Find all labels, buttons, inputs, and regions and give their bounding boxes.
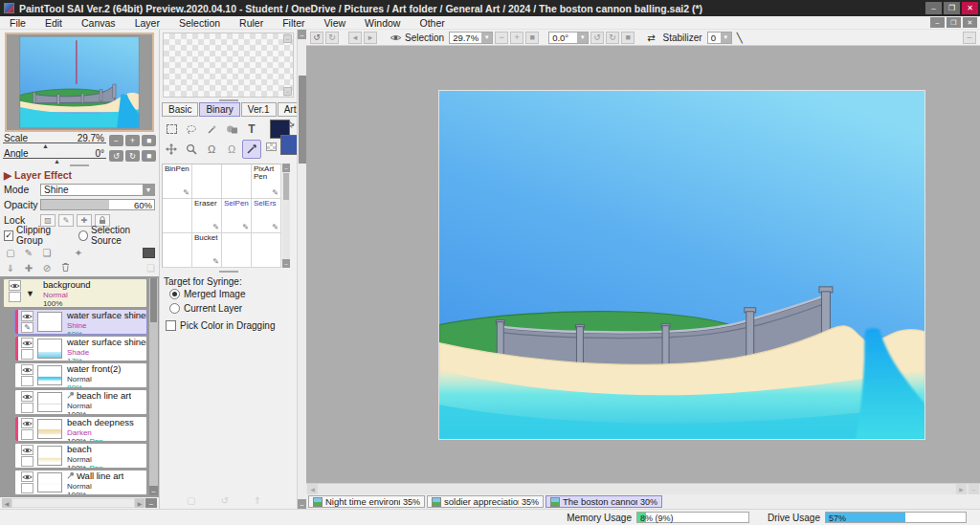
new-linework-layer-icon[interactable]: ✎ bbox=[22, 248, 35, 258]
zoom-reset-button[interactable]: ■ bbox=[142, 135, 156, 146]
chevron-down-icon[interactable]: ▼ bbox=[143, 185, 154, 195]
tool-grid-scrollbar[interactable]: – – bbox=[282, 164, 290, 268]
lock-move-button[interactable]: ✚ bbox=[77, 214, 92, 227]
layer-effect-header[interactable]: ▶ Layer Effect bbox=[0, 167, 159, 182]
rotate-cw-button[interactable]: ↻ bbox=[125, 150, 140, 162]
layer-checkbox[interactable] bbox=[21, 456, 33, 467]
stabilizer-field[interactable]: 0 ▼ bbox=[707, 32, 732, 44]
layer-row-beach[interactable]: beachNormal100%Pap bbox=[14, 443, 147, 469]
tab-ver1[interactable]: Ver.1 bbox=[241, 102, 277, 117]
layer-checkbox[interactable] bbox=[21, 429, 33, 440]
selection-source-radio[interactable] bbox=[78, 230, 88, 241]
eye-icon[interactable] bbox=[21, 471, 33, 482]
angle-slider-marker[interactable]: ▲ bbox=[54, 158, 60, 164]
layer-mask-icon[interactable] bbox=[143, 248, 155, 258]
menu-canvas[interactable]: Canvas bbox=[72, 17, 125, 29]
mask-add-icon[interactable]: ❏ bbox=[146, 263, 155, 273]
rotate-reset-button[interactable]: ■ bbox=[621, 32, 635, 44]
flip-icon[interactable]: ⇄ bbox=[647, 33, 655, 43]
selection-prev-button[interactable]: ◂ bbox=[348, 32, 362, 44]
zoom-out-button[interactable]: − bbox=[495, 32, 508, 44]
layer-row-wall-line-art[interactable]: Wall line artNormal100% bbox=[14, 470, 147, 495]
transfer-down-icon[interactable]: ⇓ bbox=[4, 263, 17, 273]
eye-icon[interactable] bbox=[21, 338, 33, 348]
layer-list-hscrollbar[interactable]: ◀ ▶ – bbox=[2, 498, 157, 508]
color-scratchpad[interactable]: – – bbox=[163, 33, 294, 98]
scrollbar-thumb[interactable] bbox=[299, 76, 306, 164]
rotate-reset-button[interactable]: ■ bbox=[142, 150, 156, 162]
scroll-left-icon[interactable]: ◀ bbox=[2, 498, 11, 508]
menu-ruler[interactable]: Ruler bbox=[230, 17, 273, 29]
layer-row-beach-line-art[interactable]: beach line artNormal100% bbox=[14, 389, 147, 415]
current-layer-radio[interactable] bbox=[169, 303, 180, 314]
layer-checkbox[interactable] bbox=[9, 292, 21, 302]
opacity-slider[interactable]: 60% bbox=[40, 199, 155, 210]
menu-filter[interactable]: Filter bbox=[273, 17, 314, 29]
scrollbar-corner-button[interactable]: – bbox=[145, 498, 157, 508]
line-tool-icon[interactable]: ╲ bbox=[737, 33, 743, 43]
scrollbar-corner-button[interactable]: – bbox=[969, 484, 979, 494]
menu-edit[interactable]: Edit bbox=[35, 17, 72, 29]
tool-bucket[interactable]: Bucket✎ bbox=[192, 233, 222, 268]
scroll-left-icon[interactable]: ◀ bbox=[307, 484, 318, 494]
maximize-button[interactable]: ❐ bbox=[944, 2, 960, 14]
lasso-icon[interactable] bbox=[182, 120, 201, 139]
document-tab-night-time-environm-[interactable]: Night time environm...35% bbox=[308, 495, 425, 508]
close-button[interactable]: ✕ bbox=[962, 2, 978, 14]
eye-icon[interactable] bbox=[21, 364, 33, 375]
rotate-ccw-button[interactable]: ↺ bbox=[109, 150, 123, 162]
text-icon[interactable]: T bbox=[242, 120, 261, 139]
menu-layer[interactable]: Layer bbox=[125, 17, 169, 29]
eyedropper-icon[interactable] bbox=[242, 140, 261, 159]
minimize-button[interactable]: – bbox=[925, 2, 942, 14]
eye-icon[interactable] bbox=[21, 391, 33, 402]
rotate-cw-button[interactable]: ↻ bbox=[606, 32, 619, 44]
chevron-down-icon[interactable]: ▼ bbox=[577, 33, 588, 43]
tool-slot-empty[interactable] bbox=[222, 164, 252, 199]
folder-expand-icon[interactable]: ▼ bbox=[22, 289, 38, 298]
rotate-reset-icon[interactable]: Ω bbox=[222, 140, 241, 159]
layer-row-wall[interactable]: wall bbox=[14, 496, 147, 497]
canvas-artwork[interactable] bbox=[438, 90, 925, 440]
tool-slot-empty[interactable] bbox=[252, 233, 281, 268]
eye-icon[interactable] bbox=[21, 311, 33, 321]
scroll-right-icon[interactable]: ▶ bbox=[135, 498, 145, 508]
layer-checkbox[interactable] bbox=[21, 403, 33, 413]
navigator-preview[interactable] bbox=[5, 33, 154, 132]
scrollbar-thumb[interactable] bbox=[150, 278, 157, 322]
scroll-up-button[interactable]: – bbox=[282, 164, 290, 172]
rect-select-icon[interactable] bbox=[162, 120, 181, 139]
tool-eraser[interactable]: Eraser✎ bbox=[192, 199, 222, 233]
scrollbar-button[interactable]: – bbox=[149, 486, 158, 495]
tool-pixart-pen[interactable]: PixArt Pen✎ bbox=[252, 164, 281, 199]
layer-list-scrollbar[interactable]: – bbox=[149, 278, 158, 495]
tool-binpen[interactable]: BinPen✎ bbox=[163, 164, 192, 199]
scratchpad-up-button[interactable]: – bbox=[283, 34, 292, 43]
layer-row-water-front-2-[interactable]: water front(2)Normal80% bbox=[14, 362, 147, 388]
zoom-icon[interactable] bbox=[182, 140, 201, 159]
clipping-group-checkbox[interactable]: ✓ bbox=[4, 230, 13, 241]
layer-row-water-surface-shiner[interactable]: water surface shinerShade17% bbox=[14, 336, 147, 361]
transparent-color-swatch[interactable] bbox=[266, 142, 277, 151]
menu-other[interactable]: Other bbox=[410, 17, 454, 29]
editing-pencil-icon[interactable]: ✎ bbox=[21, 322, 33, 333]
toolbar-collapse-button[interactable]: – bbox=[963, 32, 976, 44]
document-tab-the-boston-cannon-[interactable]: The boston cannon ...30% bbox=[546, 495, 662, 508]
layer-checkbox[interactable] bbox=[21, 376, 33, 386]
tool-panel-scrollbar[interactable]: – – bbox=[297, 30, 306, 509]
new-layer-set-icon[interactable]: ❏ bbox=[40, 248, 54, 258]
doc-close-button[interactable]: ✕ bbox=[963, 17, 977, 28]
magic-wand-icon[interactable] bbox=[202, 120, 221, 139]
merge-down-icon[interactable]: ✚ bbox=[22, 263, 35, 273]
blend-mode-select[interactable]: Shine ▼ bbox=[40, 184, 155, 196]
tab-binary[interactable]: Binary bbox=[199, 102, 239, 117]
layer-row-water-surface-shiner-2[interactable]: ✎water surface shiner 2Shine60% bbox=[14, 309, 147, 335]
tool-slot-empty[interactable] bbox=[163, 233, 192, 268]
layer-checkbox[interactable] bbox=[21, 349, 33, 360]
redo-button[interactable]: ↻ bbox=[325, 32, 339, 44]
doc-restore-button[interactable]: ❐ bbox=[947, 17, 961, 28]
selection-next-button[interactable]: ▸ bbox=[364, 32, 377, 44]
eye-icon[interactable] bbox=[9, 280, 21, 291]
tool-slot-empty[interactable] bbox=[222, 233, 252, 268]
zoom-field[interactable]: 29.7% ▼ bbox=[449, 32, 493, 44]
